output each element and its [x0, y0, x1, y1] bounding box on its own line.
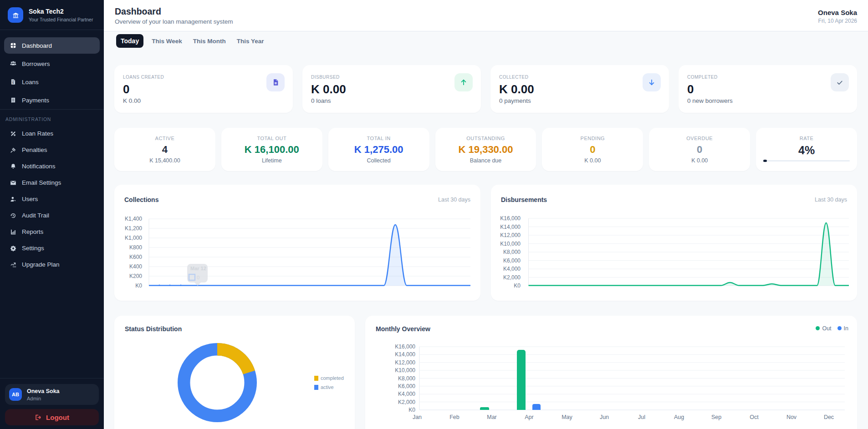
svg-text:Apr: Apr: [525, 414, 533, 420]
svg-text:Jan: Jan: [413, 414, 422, 420]
svg-text:$: $: [12, 81, 14, 84]
svg-text:Oct: Oct: [750, 414, 759, 420]
svg-text:K14,000: K14,000: [500, 224, 521, 230]
svg-text:K14,000: K14,000: [395, 351, 415, 358]
svg-text:Mar 12: Mar 12: [190, 266, 206, 271]
svg-text:Aug: Aug: [674, 414, 684, 420]
svg-text:Feb: Feb: [449, 414, 460, 420]
svg-text:K0: K0: [408, 407, 415, 413]
svg-text:K800: K800: [129, 244, 142, 251]
svg-text:K12,000: K12,000: [500, 232, 521, 238]
svg-text:K0: K0: [135, 283, 142, 289]
svg-text:May: May: [562, 414, 572, 420]
svg-text:K600: K600: [129, 254, 142, 260]
svg-text:K1,400: K1,400: [125, 216, 142, 222]
svg-text:K16,000: K16,000: [395, 343, 415, 350]
svg-text:0: 0: [197, 275, 199, 280]
svg-text:K8,000: K8,000: [398, 375, 415, 382]
svg-text:Mar: Mar: [487, 414, 497, 420]
svg-text:K2,000: K2,000: [398, 399, 415, 405]
svg-text:Dec: Dec: [824, 414, 834, 420]
svg-text:K4,000: K4,000: [398, 391, 415, 397]
svg-text:K400: K400: [129, 263, 142, 270]
svg-text:completed: completed: [321, 375, 344, 381]
svg-text:active: active: [321, 384, 334, 390]
svg-text:Jun: Jun: [600, 414, 609, 420]
svg-text:K8,000: K8,000: [503, 249, 521, 255]
svg-text:K16,000: K16,000: [500, 215, 521, 222]
svg-text:K1,200: K1,200: [125, 225, 142, 232]
svg-text:K4,000: K4,000: [503, 266, 521, 272]
svg-text:Nov: Nov: [786, 414, 797, 420]
svg-text:K1,000: K1,000: [125, 235, 142, 241]
svg-text:Sep: Sep: [711, 414, 721, 420]
svg-text:K10,000: K10,000: [500, 241, 521, 247]
svg-text:K12,000: K12,000: [395, 359, 415, 366]
svg-text:K10,000: K10,000: [395, 367, 415, 373]
svg-text:K2,000: K2,000: [503, 274, 521, 281]
svg-text:K6,000: K6,000: [398, 383, 415, 389]
svg-text:Jul: Jul: [638, 414, 645, 420]
svg-text:K6,000: K6,000: [503, 257, 521, 264]
svg-text:K0: K0: [514, 283, 521, 289]
svg-text:K200: K200: [129, 273, 142, 279]
